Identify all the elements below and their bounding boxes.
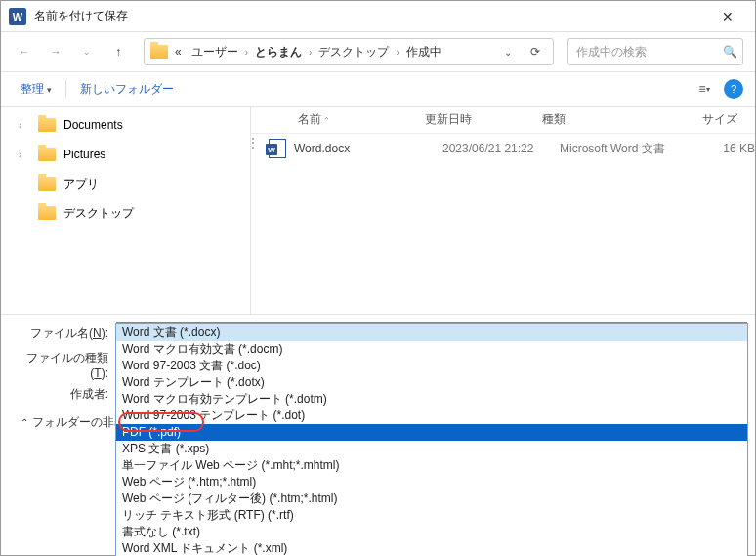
titlebar: W 名前を付けて保存 ✕ — [1, 1, 755, 32]
back-button[interactable]: ← — [13, 40, 36, 64]
file-type: Microsoft Word 文書 — [560, 141, 696, 157]
search-icon: 🔍 — [723, 45, 737, 59]
crumb-1[interactable]: とらまん — [252, 44, 305, 61]
filetype-option[interactable]: Word テンプレート (*.dotx) — [116, 374, 747, 391]
resize-handle[interactable]: ⋮ — [251, 107, 255, 314]
address-bar[interactable]: « ユーザー › とらまん › デスクトップ › 作成中 ⌄ ⟳ — [144, 38, 554, 65]
crumb-2[interactable]: デスクトップ — [315, 44, 392, 61]
file-list: ⋮ 名前⌃ 更新日時 種類 サイズ Word.docx 2023/06/21 2… — [251, 107, 755, 314]
filetype-option[interactable]: リッチ テキスト形式 (RTF) (*.rtf) — [116, 507, 747, 524]
file-row[interactable]: Word.docx 2023/06/21 21:22 Microsoft Wor… — [251, 134, 755, 163]
filetype-option[interactable]: Word 97-2003 テンプレート (*.dot) — [116, 407, 747, 424]
window-title: 名前を付けて保存 — [34, 8, 708, 24]
forward-button[interactable]: → — [44, 40, 67, 64]
crumb-3[interactable]: 作成中 — [403, 44, 444, 61]
col-name-header[interactable]: 名前⌃ — [298, 111, 425, 128]
column-headers: 名前⌃ 更新日時 種類 サイズ — [251, 107, 755, 134]
folder-icon — [38, 148, 56, 161]
filetype-option[interactable]: XPS 文書 (*.xps) — [116, 441, 747, 457]
crumb-prefix: « — [172, 45, 185, 59]
new-folder-button[interactable]: 新しいフォルダー — [72, 77, 182, 102]
filetype-option[interactable]: Word 97-2003 文書 (*.doc) — [116, 358, 747, 374]
close-button[interactable]: ✕ — [708, 3, 747, 30]
filetype-option[interactable]: PDF (*.pdf) — [116, 424, 747, 441]
sidebar-item-pictures[interactable]: ›Pictures — [1, 140, 250, 169]
chevron-right-icon: › — [245, 47, 248, 58]
author-label: 作成者: — [9, 386, 116, 403]
separator — [65, 80, 66, 98]
filetype-label: ファイルの種類(T): — [9, 350, 116, 380]
docx-icon — [269, 139, 286, 158]
sidebar-item-desktop[interactable]: デスクトップ — [1, 198, 250, 228]
sidebar-item-documents[interactable]: ›Documents — [1, 110, 250, 140]
search-input[interactable] — [576, 45, 723, 59]
filetype-dropdown-list: Word 文書 (*.docx)Word マクロ有効文書 (*.docm)Wor… — [115, 323, 748, 556]
organize-button[interactable]: 整理 ▾ — [13, 77, 60, 102]
folder-icon — [38, 206, 56, 220]
chevron-up-icon: ⌃ — [21, 417, 28, 428]
sort-asc-icon: ⌃ — [323, 116, 330, 125]
recent-dropdown[interactable]: ⌄ — [75, 40, 99, 64]
sidebar-item-apps[interactable]: アプリ — [1, 169, 250, 198]
filetype-option[interactable]: Word 文書 (*.docx) — [116, 324, 747, 341]
up-button[interactable]: ↑ — [106, 40, 130, 64]
sidebar-label: Documents — [63, 118, 123, 132]
filetype-option[interactable]: Word マクロ有効文書 (*.docm) — [116, 341, 747, 358]
file-name: Word.docx — [294, 142, 442, 155]
folder-icon — [38, 118, 56, 132]
folder-icon — [150, 45, 168, 59]
nav-bar: ← → ⌄ ↑ « ユーザー › とらまん › デスクトップ › 作成中 ⌄ ⟳… — [1, 32, 755, 71]
filetype-option[interactable]: Word マクロ有効テンプレート (*.dotm) — [116, 391, 747, 407]
filename-label: ファイル名(N): — [9, 325, 116, 342]
chevron-right-icon: › — [19, 150, 30, 160]
view-mode-button[interactable]: ≡ ▾ — [691, 77, 718, 101]
search-box[interactable]: 🔍 — [567, 38, 743, 65]
file-size: 16 KB — [696, 142, 755, 155]
sidebar-label: アプリ — [63, 176, 99, 192]
filetype-option[interactable]: Web ページ (フィルター後) (*.htm;*.html) — [116, 491, 747, 507]
chevron-right-icon: › — [396, 47, 399, 58]
crumb-0[interactable]: ユーザー — [189, 44, 241, 61]
help-button[interactable]: ? — [724, 79, 743, 99]
toolbar: 整理 ▾ 新しいフォルダー ≡ ▾ ? — [1, 71, 755, 107]
filetype-option[interactable]: 単一ファイル Web ページ (*.mht;*.mhtml) — [116, 457, 747, 474]
sidebar-label: デスクトップ — [63, 205, 134, 222]
filetype-option[interactable]: 書式なし (*.txt) — [116, 524, 747, 540]
filetype-option[interactable]: Web ページ (*.htm;*.html) — [116, 474, 747, 491]
address-dropdown-icon[interactable]: ⌄ — [496, 40, 520, 64]
col-date-header[interactable]: 更新日時 — [425, 111, 542, 128]
folder-icon — [38, 177, 56, 191]
refresh-button[interactable]: ⟳ — [524, 40, 547, 64]
word-app-icon: W — [9, 8, 26, 25]
file-date: 2023/06/21 21:22 — [442, 142, 560, 155]
sidebar: ›Documents ›Pictures アプリ デスクトップ — [1, 107, 251, 314]
chevron-right-icon: › — [19, 120, 30, 131]
sidebar-label: Pictures — [63, 148, 105, 161]
body: ›Documents ›Pictures アプリ デスクトップ ⋮ 名前⌃ 更新… — [1, 107, 755, 314]
col-size-header[interactable]: サイズ — [679, 111, 737, 128]
filetype-option[interactable]: Word XML ドキュメント (*.xml) — [116, 540, 747, 556]
col-type-header[interactable]: 種類 — [542, 111, 679, 128]
chevron-right-icon: › — [309, 47, 312, 58]
